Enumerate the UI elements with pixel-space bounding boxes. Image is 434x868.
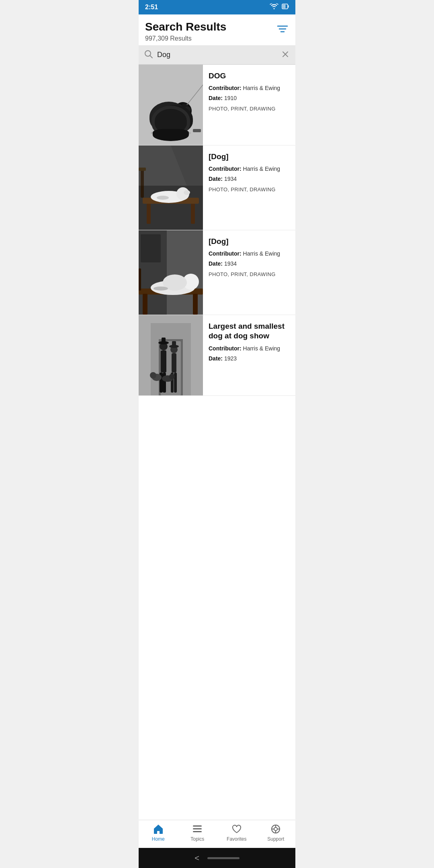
svg-rect-58 (172, 353, 176, 373)
svg-rect-42 (143, 294, 147, 315)
svg-rect-54 (161, 350, 166, 373)
svg-point-33 (157, 196, 169, 200)
search-input[interactable] (157, 51, 277, 59)
dog2-svg (139, 145, 203, 230)
status-time: 2:51 (145, 4, 158, 11)
svg-point-32 (184, 190, 190, 195)
wifi-icon (270, 3, 278, 11)
clear-search-icon[interactable] (281, 50, 290, 60)
dog3-svg (139, 230, 203, 315)
result-count: 997,309 Results (145, 35, 226, 42)
result-date-3: Date: 1934 (209, 260, 290, 268)
support-icon (270, 823, 281, 835)
result-image (139, 65, 203, 145)
svg-rect-28 (147, 204, 151, 224)
nav-topics[interactable]: Topics (178, 823, 217, 845)
bottom-nav: Home Topics Favorites Support (139, 820, 295, 848)
dog4-svg (139, 315, 203, 395)
svg-point-73 (274, 827, 277, 831)
svg-rect-18 (165, 127, 169, 138)
svg-point-47 (154, 287, 168, 291)
result-title-4: Largest and smallest dog at dog show (209, 321, 290, 341)
header: Search Results 997,309 Results (139, 14, 295, 46)
svg-rect-66 (162, 338, 166, 343)
result-date-2: Date: 1934 (209, 175, 290, 183)
svg-rect-21 (182, 124, 185, 134)
result-contributor-4: Contributor: Harris & Ewing (209, 344, 290, 353)
nav-favorites-label: Favorites (227, 836, 246, 842)
result-info-3: [Dog] Contributor: Harris & Ewing Date: … (203, 230, 295, 315)
result-type-3: PHOTO, PRINT, DRAWING (209, 271, 290, 277)
result-title-1: DOG (209, 71, 290, 81)
status-bar: 2:51 (139, 0, 295, 14)
svg-rect-23 (193, 129, 201, 132)
result-info-4: Largest and smallest dog at dog show Con… (203, 315, 295, 395)
svg-rect-68 (172, 341, 176, 347)
svg-point-64 (150, 372, 156, 379)
system-nav: < (139, 848, 295, 868)
list-item[interactable]: Largest and smallest dog at dog show Con… (139, 315, 295, 396)
result-info-1: DOG Contributor: Harris & Ewing Date: 19… (203, 65, 295, 145)
nav-home-label: Home (152, 836, 165, 842)
list-item[interactable]: DOG Contributor: Harris & Ewing Date: 19… (139, 65, 295, 145)
svg-point-62 (169, 374, 175, 379)
nav-home[interactable]: Home (139, 823, 178, 845)
nav-topics-label: Topics (190, 836, 204, 842)
svg-line-7 (150, 55, 152, 58)
svg-rect-2 (283, 5, 286, 8)
svg-point-16 (184, 106, 191, 113)
result-date-1: Date: 1910 (209, 94, 290, 102)
result-image-3 (139, 230, 203, 315)
result-title-3: [Dog] (209, 237, 290, 247)
svg-rect-40 (141, 234, 161, 262)
result-info-2: [Dog] Contributor: Harris & Ewing Date: … (203, 145, 295, 230)
result-title-2: [Dog] (209, 152, 290, 162)
result-thumbnail-1 (139, 65, 203, 145)
svg-rect-19 (172, 127, 176, 138)
search-bar (139, 46, 295, 65)
result-contributor-3: Contributor: Harris & Ewing (209, 250, 290, 258)
result-image-2 (139, 145, 203, 230)
result-contributor-1: Contributor: Harris & Ewing (209, 84, 290, 92)
battery-icon (282, 3, 289, 11)
result-type-2: PHOTO, PRINT, DRAWING (209, 186, 290, 192)
favorites-icon (231, 823, 242, 835)
nav-favorites[interactable]: Favorites (217, 823, 256, 845)
result-contributor-2: Contributor: Harris & Ewing (209, 165, 290, 173)
svg-point-12 (155, 111, 183, 131)
nav-support-label: Support (267, 836, 284, 842)
svg-point-11 (151, 130, 191, 136)
page-title: Search Results (145, 21, 226, 33)
list-item[interactable]: [Dog] Contributor: Harris & Ewing Date: … (139, 230, 295, 315)
svg-rect-29 (191, 204, 195, 224)
list-item[interactable]: [Dog] Contributor: Harris & Ewing Date: … (139, 145, 295, 230)
nav-support[interactable]: Support (256, 823, 296, 845)
svg-rect-48 (139, 268, 141, 291)
search-icon (144, 50, 153, 60)
home-pill[interactable] (207, 857, 240, 859)
svg-rect-10 (139, 65, 203, 145)
result-type-1: PHOTO, PRINT, DRAWING (209, 106, 290, 112)
home-icon (153, 823, 164, 835)
result-image-4 (139, 315, 203, 395)
filter-icon[interactable] (276, 23, 289, 36)
svg-rect-69 (193, 825, 202, 827)
results-list: DOG Contributor: Harris & Ewing Date: 19… (139, 65, 295, 820)
svg-rect-20 (177, 124, 180, 134)
result-date-4: Date: 1923 (209, 354, 290, 363)
svg-rect-1 (288, 5, 289, 8)
back-button[interactable]: < (194, 854, 199, 863)
svg-rect-71 (193, 831, 202, 832)
dog1-svg (139, 65, 203, 145)
svg-rect-70 (193, 828, 202, 829)
status-icons (270, 3, 289, 11)
svg-rect-56 (163, 373, 166, 393)
header-text: Search Results 997,309 Results (145, 21, 226, 42)
topics-icon (192, 823, 203, 835)
svg-rect-43 (193, 294, 198, 315)
